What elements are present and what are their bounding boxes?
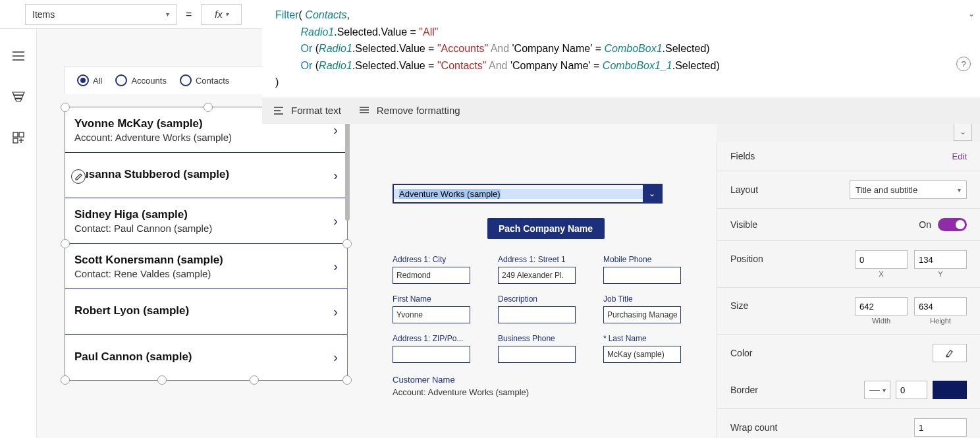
remove-format-icon — [360, 106, 370, 115]
resize-handle[interactable] — [157, 375, 167, 385]
left-rail — [0, 29, 37, 438]
border-width-input[interactable] — [896, 381, 927, 399]
insert-icon[interactable] — [11, 130, 26, 145]
prop-wrap: Wrap count — [717, 409, 980, 438]
fx-button[interactable]: fx ▾ — [201, 4, 242, 25]
visible-toggle[interactable] — [938, 218, 967, 231]
desc-field[interactable] — [498, 306, 576, 323]
resize-handle[interactable] — [342, 239, 352, 248]
chevron-right-icon[interactable]: › — [333, 350, 338, 365]
color-picker[interactable] — [933, 344, 967, 362]
property-dropdown[interactable]: Items ▾ — [25, 4, 177, 25]
item-subtitle: Account: Adventure Works (sample) — [74, 132, 232, 143]
format-text-button[interactable]: Format text — [274, 105, 341, 116]
chevron-right-icon[interactable]: › — [333, 304, 338, 319]
radio-all[interactable]: All — [77, 74, 102, 86]
list-item[interactable]: Susanna Stubberod (sample) › — [65, 153, 347, 198]
chevron-down-icon: ▾ — [225, 11, 229, 18]
prop-fields: Fields Edit — [717, 142, 980, 171]
list-item[interactable]: Scott Konersmann (sample)Contact: Rene V… — [65, 244, 347, 289]
chevron-down-icon: ▾ — [166, 11, 169, 18]
resize-handle[interactable] — [61, 239, 70, 248]
y-input[interactable] — [914, 250, 967, 269]
expand-button[interactable]: ⌄ — [954, 123, 972, 141]
border-color-picker[interactable] — [933, 381, 967, 399]
combo-value: Adventure Works (sample) — [394, 189, 643, 199]
form-panel: Adventure Works (sample) ⌄ Pach Company … — [393, 184, 699, 397]
prop-color: Color — [717, 335, 980, 371]
layout-dropdown[interactable]: Title and subtitle▾ — [850, 180, 967, 199]
svg-rect-11 — [13, 138, 18, 143]
tree-view-icon[interactable] — [11, 90, 26, 104]
resize-handle[interactable] — [61, 375, 70, 385]
chevron-down-icon: ▾ — [958, 186, 961, 194]
radio-contacts[interactable]: Contacts — [180, 74, 229, 86]
resize-handle[interactable] — [250, 375, 259, 385]
svg-rect-9 — [13, 132, 18, 137]
firstname-field[interactable] — [393, 306, 470, 323]
x-input[interactable] — [855, 250, 908, 269]
svg-point-14 — [946, 356, 948, 358]
formula-editor[interactable]: Filter( Contacts, Radio1.Selected.Value … — [262, 0, 980, 97]
equals-sign: = — [186, 9, 192, 20]
properties-panel: Fields Edit Layout Title and subtitle▾ V… — [717, 142, 980, 438]
chevron-right-icon[interactable]: › — [333, 213, 338, 229]
mobile-field[interactable] — [603, 267, 681, 284]
width-input[interactable] — [855, 297, 908, 315]
list-item[interactable]: Sidney Higa (sample)Contact: Paul Cannon… — [65, 198, 347, 244]
prop-border: Border ▾ — [717, 371, 980, 409]
formula-panel: Filter( Contacts, Radio1.Selected.Value … — [262, 0, 980, 124]
lastname-field[interactable] — [603, 346, 681, 363]
chevron-right-icon[interactable]: › — [333, 168, 338, 183]
chevron-down-icon[interactable]: ⌄ — [968, 8, 975, 20]
list-item[interactable]: Paul Cannon (sample) › — [65, 335, 347, 380]
resize-handle[interactable] — [61, 103, 70, 112]
scrollbar-thumb[interactable] — [345, 109, 350, 221]
prop-visible: Visible On — [717, 209, 980, 241]
gallery-control[interactable]: All Accounts Contacts Yvonne McKay (samp… — [65, 107, 348, 381]
prop-layout: Layout Title and subtitle▾ — [717, 171, 980, 209]
zip-field[interactable] — [393, 346, 470, 363]
radio-accounts[interactable]: Accounts — [115, 74, 166, 86]
format-icon — [274, 106, 285, 115]
border-style-dropdown[interactable]: ▾ — [864, 381, 890, 399]
formula-toolbar: Format text Remove formatting — [262, 97, 980, 124]
resize-handle[interactable] — [342, 375, 352, 385]
remove-format-button[interactable]: Remove formatting — [360, 105, 460, 116]
patch-button[interactable]: Pach Company Name — [487, 218, 605, 239]
pencil-icon[interactable] — [71, 169, 86, 184]
street-field[interactable] — [498, 267, 576, 284]
job-field[interactable] — [603, 306, 681, 323]
wrap-input[interactable] — [914, 418, 967, 437]
customer-label: Customer Name — [393, 375, 699, 385]
customer-value: Account: Adventure Works (sample) — [393, 387, 699, 397]
edit-fields-link[interactable]: Edit — [952, 151, 967, 161]
item-title: Yvonne McKay (sample) — [74, 117, 232, 130]
property-name: Items — [32, 9, 55, 20]
prop-size: Size Width Height — [717, 288, 980, 335]
prop-position: Position X Y — [717, 241, 980, 288]
height-input[interactable] — [914, 297, 967, 315]
chevron-right-icon[interactable]: › — [333, 259, 338, 274]
gallery-list[interactable]: Yvonne McKay (sample) Account: Adventure… — [65, 107, 348, 381]
help-icon[interactable]: ? — [956, 57, 971, 71]
city-field[interactable] — [393, 267, 470, 284]
list-item[interactable]: Robert Lyon (sample) › — [65, 289, 347, 335]
chevron-down-icon[interactable]: ⌄ — [643, 185, 661, 202]
resize-handle[interactable] — [204, 103, 213, 112]
bphone-field[interactable] — [498, 346, 576, 363]
chevron-right-icon[interactable]: › — [333, 123, 338, 138]
svg-rect-10 — [19, 132, 24, 137]
hamburger-icon[interactable] — [11, 49, 26, 63]
combobox[interactable]: Adventure Works (sample) ⌄ — [393, 184, 663, 204]
